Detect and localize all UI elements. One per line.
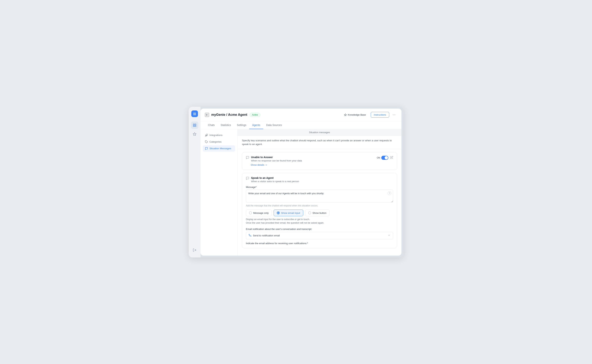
main-panel: myGenie / Acme Agent Active Knowledge Ba… [201, 109, 402, 256]
header-actions: Knowledge Base Instructions [341, 112, 397, 118]
status-badge: Active [250, 113, 260, 117]
sidebar-item-grid[interactable] [191, 122, 198, 129]
nav-item-categories[interactable]: Categories [203, 139, 235, 145]
nav-situation-messages-label: Situation Messages [209, 147, 231, 150]
message-help: Add the message that the chatbot will re… [246, 204, 393, 207]
radio-dot-message-only [249, 211, 252, 214]
speak-title-area: Speak to an Agent When a visitor asks to… [251, 176, 393, 183]
tab-statistics[interactable]: Statistics [218, 121, 234, 129]
dropdown-chevron-icon [388, 234, 390, 237]
app-shell: myGenie / Acme Agent Active Knowledge Ba… [189, 107, 403, 257]
unable-toggle-label: ON [377, 156, 380, 159]
radio-label-message-only: Message only [253, 212, 269, 214]
situation-messages-icon [205, 147, 208, 150]
speak-card-subtitle: When a visitor asks to speak to a real p… [251, 180, 393, 183]
textarea-help-icon[interactable]: ? [388, 191, 391, 195]
nav-integrations-label: Integrations [209, 134, 222, 136]
integrations-icon [205, 134, 208, 137]
unable-card-actions: ON [377, 156, 393, 160]
svg-rect-0 [193, 124, 195, 125]
unable-card-header: Unable to Answer When no response can be… [246, 156, 393, 162]
speak-card-title: Speak to an Agent [251, 176, 393, 179]
radio-dot-show-button [308, 211, 311, 214]
radio-description: Display an email input for the user to s… [246, 218, 393, 225]
tab-data-sources[interactable]: Data Sources [263, 121, 285, 129]
sidebar-item-logout[interactable] [191, 246, 198, 254]
radio-show-email[interactable]: Show email input [274, 209, 303, 216]
knowledge-base-button[interactable]: Knowledge Base [341, 112, 369, 117]
app-name: myGenie [211, 113, 225, 117]
email-notif-dropdown[interactable]: Send to notification email [246, 232, 393, 239]
radio-dot-show-email [277, 211, 280, 214]
message-field: Message* ? Add the message that the chat… [246, 186, 393, 207]
right-panel: Situation messages Specify key scenarios… [238, 129, 402, 256]
back-button[interactable] [205, 113, 209, 117]
unable-toggle-wrap: ON [377, 156, 388, 160]
svg-point-7 [394, 115, 394, 115]
radio-label-show-button: Show button [312, 212, 326, 214]
left-nav: Integrations Categories Situation Messag… [201, 129, 238, 256]
message-textarea[interactable] [246, 190, 393, 202]
radio-show-button[interactable]: Show button [305, 209, 330, 216]
unable-card-icon [246, 156, 249, 160]
email-notif-value: Send to notification email [253, 234, 280, 237]
email-notif-label: Email notification about the user's conv… [246, 228, 393, 230]
indicate-email-label: Indicate the email address for receiving… [246, 242, 393, 245]
categories-icon [205, 140, 208, 143]
speak-card-header: Speak to an Agent When a visitor asks to… [246, 176, 393, 183]
unable-to-answer-card: Unable to Answer When no response can be… [242, 152, 397, 170]
radio-message-only[interactable]: Message only [246, 209, 272, 216]
svg-point-8 [395, 115, 395, 115]
speak-to-agent-card: Speak to an Agent When a visitor asks to… [242, 173, 397, 248]
unable-title-area: Unable to Answer When no response can be… [251, 156, 375, 162]
sidebar [189, 107, 201, 257]
svg-point-6 [393, 115, 393, 115]
tab-agents[interactable]: Agents [249, 121, 263, 129]
app-logo [191, 110, 198, 117]
separator: / [226, 113, 228, 117]
svg-rect-1 [195, 124, 196, 125]
nav-categories-label: Categories [209, 140, 221, 143]
message-label: Message* [246, 186, 393, 188]
show-details-link[interactable]: Show details [251, 163, 267, 166]
email-notif-icon [249, 234, 251, 237]
email-notification-section: Email notification about the user's conv… [246, 228, 393, 239]
header-title: myGenie / Acme Agent [211, 113, 247, 117]
sidebar-item-star[interactable] [191, 130, 198, 138]
textarea-wrap: ? [246, 190, 393, 203]
svg-marker-4 [193, 132, 196, 135]
tab-settings[interactable]: Settings [234, 121, 249, 129]
tab-chats[interactable]: Chats [205, 121, 218, 129]
svg-rect-2 [193, 125, 195, 127]
unable-toggle[interactable] [381, 156, 388, 160]
header: myGenie / Acme Agent Active Knowledge Ba… [201, 109, 402, 121]
radio-dot-inner-show-email [278, 212, 279, 214]
section-header: Situation messages [238, 129, 402, 136]
tabs-bar: Chats Statistics Settings Agents Data So… [201, 121, 402, 129]
speak-card-icon [246, 177, 249, 181]
nav-item-integrations[interactable]: Integrations [203, 132, 235, 138]
nav-item-situation-messages[interactable]: Situation Messages [203, 145, 235, 152]
agent-name: Acme Agent [228, 113, 247, 117]
radio-label-show-email: Show email input [281, 212, 300, 214]
unable-card-subtitle: When no response can be found from your … [251, 159, 375, 162]
instructions-button[interactable]: Instructions [371, 112, 389, 118]
more-options-button[interactable] [391, 112, 397, 118]
content-area: Integrations Categories Situation Messag… [201, 129, 402, 256]
panel-description: Specify key scenarios and outline what t… [238, 136, 402, 150]
unable-edit-icon[interactable] [390, 156, 393, 160]
svg-rect-3 [195, 125, 196, 127]
unable-card-title: Unable to Answer [251, 156, 375, 159]
radio-group: Message only Show email input Show butto… [246, 209, 393, 216]
